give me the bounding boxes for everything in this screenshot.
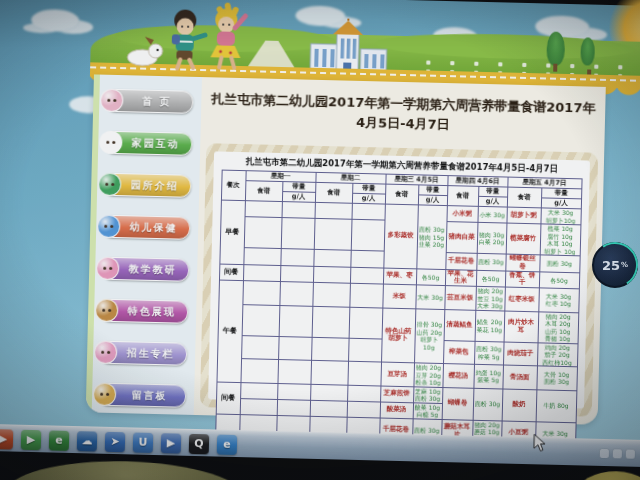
- sidebar-item-message-board[interactable]: 留言板: [98, 383, 187, 408]
- dish-cell: 骨汤面: [502, 365, 537, 389]
- dish-cell: 胡萝卜粥: [506, 207, 540, 224]
- sidebar-item-teaching-research[interactable]: 教学教研: [101, 257, 190, 282]
- sidebar-item-label: 家园互动: [132, 136, 182, 151]
- dish-cell: [240, 359, 278, 383]
- uc-browser-icon[interactable]: U: [133, 432, 153, 452]
- main-content: 扎兰屯市第二幼儿园2017年第一学期第六周营养带量食谱2017年4月5日-4月7…: [194, 77, 606, 425]
- dish-cell: 芸豆米饭: [444, 286, 476, 310]
- sidebar-item-features[interactable]: 特色展现: [100, 299, 189, 324]
- amount-cell: 各50g: [476, 270, 505, 287]
- baidu-cloud-icon[interactable]: ☁: [77, 431, 97, 451]
- amount-cell: 大米 30g胡萝卜10g: [540, 208, 580, 225]
- dish-cell: [313, 249, 350, 266]
- sidebar-item-about-kindergarten[interactable]: 园所介绍: [103, 173, 192, 198]
- dish-cell: [312, 306, 350, 338]
- tray-volume-icon[interactable]: [626, 450, 635, 459]
- amount-cell: 面粉 30g: [539, 255, 579, 273]
- dish-cell: [310, 360, 348, 384]
- amount-cell: [349, 283, 383, 307]
- sidebar-item-enrollment[interactable]: 招生专栏: [99, 341, 188, 366]
- dish-cell: [240, 398, 277, 415]
- pig-icon: [96, 257, 120, 281]
- ie-browser-icon[interactable]: e: [217, 434, 237, 454]
- unit-subheader: g/人: [418, 195, 447, 206]
- dish-cell: 苹果、枣: [383, 268, 416, 285]
- amount-cell: 猪肉 20g芸豆 10g大米 30g: [475, 287, 505, 311]
- sidebar-item-family-interaction[interactable]: 家园互动: [104, 131, 193, 156]
- dish-cell: [315, 202, 352, 219]
- meal-label: 早餐: [219, 200, 245, 264]
- amount-cell: [350, 250, 383, 267]
- amount-cell: [281, 218, 315, 250]
- amount-cell: 鲳鱼 20g菜花 10g: [475, 310, 505, 342]
- amount-cell: 各50g: [539, 271, 579, 289]
- dish-cell: 芝麻煎饼: [380, 386, 413, 403]
- amount-cell: 大米 30g红枣 10g: [538, 288, 579, 312]
- penguin-icon: [98, 173, 122, 197]
- dish-cell: 蝴蝶卷: [442, 387, 474, 420]
- screen-content: 首 页家园互动园所介绍幼儿保健教学教研特色展现招生专栏留言板 扎兰屯市第二幼儿园…: [0, 0, 640, 480]
- amount-cell: 面粉 30g: [476, 253, 505, 270]
- green-browser-icon[interactable]: e: [49, 430, 69, 450]
- menu-subheader: 食谱: [447, 186, 478, 207]
- amount-cell: [277, 399, 310, 416]
- system-tray: [600, 449, 635, 459]
- children-and-dog-illustration: [122, 0, 274, 75]
- meal-label: 间餐: [216, 382, 241, 415]
- storm-player-icon[interactable]: ▶: [0, 429, 13, 449]
- dish-cell: [310, 400, 347, 417]
- dish-cell: 小米粥: [446, 206, 477, 223]
- elephant-icon: [97, 215, 121, 239]
- page-title: 扎兰屯市第二幼儿园2017年第一学期第六周营养带量食谱2017年4月5日-4月7…: [207, 89, 600, 139]
- meal-label: 间餐: [219, 264, 243, 281]
- amount-cell: 各50g: [416, 268, 445, 285]
- dish-cell: [313, 266, 350, 283]
- amount-cell: [347, 385, 380, 402]
- dish-cell: [243, 248, 280, 265]
- sidebar-item-home[interactable]: 首 页: [105, 89, 194, 114]
- dish-cell: 酸菜汤: [380, 402, 413, 419]
- meal-label: 午餐: [216, 280, 242, 382]
- tencent-video-icon[interactable]: ▶: [21, 429, 41, 449]
- dish-cell: [240, 382, 277, 399]
- amount-cell: [348, 338, 382, 362]
- qq-icon[interactable]: Q: [189, 433, 209, 453]
- amount-cell: 大骨 10g面粉 30g: [536, 366, 577, 390]
- tray-input-icon[interactable]: [613, 449, 622, 458]
- amount-cell: [349, 307, 383, 339]
- dish-cell: [310, 384, 347, 401]
- tray-status-icon[interactable]: [600, 449, 609, 458]
- amount-cell: 鸡肉 20g茄子 20g西红柿10g: [537, 343, 578, 367]
- dish-cell: [243, 264, 280, 281]
- amount-cell: [277, 383, 310, 400]
- dish-cell: 榨菜包: [443, 340, 475, 364]
- amount-cell: [277, 360, 311, 384]
- amount-cell: [280, 265, 313, 282]
- dish-cell: 清蒸鲳鱼: [444, 309, 476, 341]
- sidebar-nav: 首 页家园互动园所介绍幼儿保健教学教研特色展现招生专栏留言板: [86, 74, 202, 415]
- menu-subheader: 食谱: [245, 181, 282, 202]
- amount-cell: [282, 202, 315, 219]
- sidebar-item-label: 教学教研: [129, 262, 179, 277]
- rabbit-icon: [99, 131, 123, 155]
- amount-cell: [351, 219, 385, 251]
- thunder-icon[interactable]: ➤: [105, 431, 125, 451]
- dish-cell: 蝴蝶银丝卷: [505, 254, 539, 271]
- media-player-icon[interactable]: ▶: [161, 433, 181, 453]
- corner-header: 餐次: [221, 170, 246, 201]
- bear-icon: [95, 299, 119, 323]
- sidebar-item-child-health[interactable]: 幼儿保健: [102, 215, 191, 240]
- amount-cell: 大米 30g: [415, 285, 445, 309]
- amount-cell: 鸡蛋 10g紫菜 5g: [473, 364, 503, 388]
- dish-cell: [242, 281, 280, 305]
- dish-cell: 肉烧茄子: [503, 342, 538, 366]
- dish-cell: [314, 218, 352, 250]
- amount-cell: [279, 305, 313, 337]
- floating-progress-badge[interactable]: 25%: [592, 242, 638, 288]
- dish-cell: [244, 217, 282, 249]
- amount-cell: 猪肉 20g豆芽 20g粉条 10g: [413, 363, 443, 387]
- pig-icon: [100, 89, 124, 113]
- amount-cell: [352, 203, 385, 220]
- dish-cell: 红枣米饭: [504, 287, 539, 311]
- amount-cell: 榄菜 10g腐竹 10g木耳 10g胡萝卜 10g: [540, 224, 581, 256]
